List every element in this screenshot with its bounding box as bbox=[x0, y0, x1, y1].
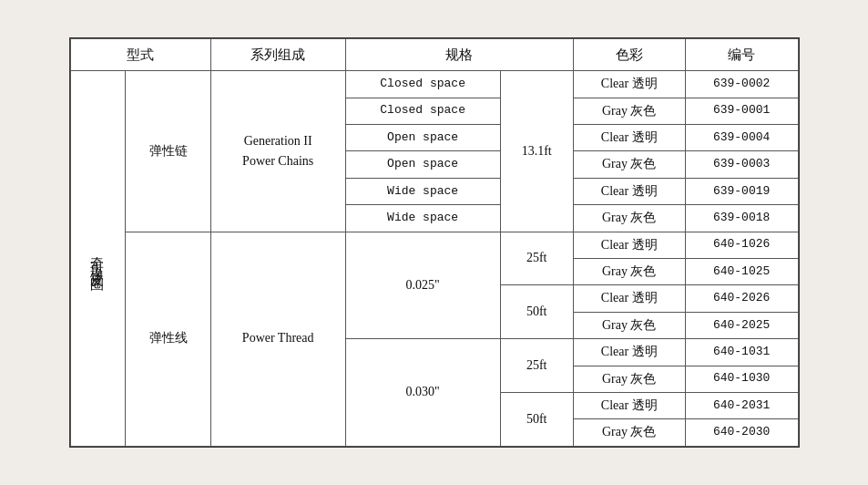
table-row: 弹性线 Power Thread 0.025" 25ft Clear 透明 64… bbox=[70, 232, 798, 258]
spec1-wide1: Wide space bbox=[345, 178, 500, 204]
main-category-cell: 牵引橡皮圈 bbox=[70, 71, 126, 446]
color-clear7: Clear 透明 bbox=[573, 392, 685, 418]
color-gray3: Gray 灰色 bbox=[573, 205, 685, 232]
header-series: 系列组成 bbox=[210, 39, 345, 71]
code-639-0003: 639-0003 bbox=[685, 151, 798, 178]
spec1-closed1: Closed space bbox=[345, 71, 500, 98]
series-gen2: Generation IIPower Chains bbox=[210, 71, 345, 232]
color-clear1: Clear 透明 bbox=[573, 71, 685, 98]
color-clear6: Clear 透明 bbox=[573, 339, 685, 366]
main-table-wrapper: 型式 系列组成 规格 色彩 编号 牵引橡皮圈 弹性链 Generation II… bbox=[69, 37, 800, 447]
color-gray2: Gray 灰色 bbox=[573, 151, 685, 178]
spec1-open2: Open space bbox=[345, 151, 500, 178]
code-640-1025: 640-1025 bbox=[685, 259, 798, 285]
length-25ft-2: 25ft bbox=[500, 339, 573, 393]
header-type: 型式 bbox=[70, 39, 210, 71]
type-elastic-chain: 弹性链 bbox=[126, 71, 210, 232]
code-639-0004: 639-0004 bbox=[685, 125, 798, 151]
subspec-030: 0.030" bbox=[345, 339, 500, 447]
series-power-thread: Power Thread bbox=[210, 232, 345, 446]
color-clear5: Clear 透明 bbox=[573, 285, 685, 312]
color-gray7: Gray 灰色 bbox=[573, 419, 685, 446]
code-640-1030: 640-1030 bbox=[685, 366, 798, 392]
spec2-13ft: 13.1ft bbox=[500, 71, 573, 232]
spec1-wide2: Wide space bbox=[345, 205, 500, 232]
spec1-open1: Open space bbox=[345, 125, 500, 151]
color-gray6: Gray 灰色 bbox=[573, 366, 685, 392]
length-50ft-2: 50ft bbox=[500, 392, 573, 446]
code-639-0002: 639-0002 bbox=[685, 71, 798, 98]
table-header-row: 型式 系列组成 规格 色彩 编号 bbox=[70, 39, 798, 71]
code-639-0019: 639-0019 bbox=[685, 178, 798, 204]
product-table: 型式 系列组成 规格 色彩 编号 牵引橡皮圈 弹性链 Generation II… bbox=[70, 38, 799, 446]
color-gray5: Gray 灰色 bbox=[573, 312, 685, 338]
color-clear4: Clear 透明 bbox=[573, 232, 685, 258]
code-640-2031: 640-2031 bbox=[685, 392, 798, 418]
header-code: 编号 bbox=[685, 39, 798, 71]
header-color: 色彩 bbox=[573, 39, 685, 71]
type-elastic-wire: 弹性线 bbox=[126, 232, 210, 446]
code-639-0001: 639-0001 bbox=[685, 98, 798, 124]
length-25ft-1: 25ft bbox=[500, 232, 573, 285]
color-clear2: Clear 透明 bbox=[573, 125, 685, 151]
spec1-closed2: Closed space bbox=[345, 98, 500, 124]
code-640-1031: 640-1031 bbox=[685, 339, 798, 366]
code-640-2026: 640-2026 bbox=[685, 285, 798, 312]
header-spec: 规格 bbox=[345, 39, 573, 71]
code-640-1026: 640-1026 bbox=[685, 232, 798, 258]
color-gray4: Gray 灰色 bbox=[573, 259, 685, 285]
length-50ft-1: 50ft bbox=[500, 285, 573, 339]
color-clear3: Clear 透明 bbox=[573, 178, 685, 204]
table-row: 牵引橡皮圈 弹性链 Generation IIPower Chains Clos… bbox=[70, 71, 798, 98]
color-gray1: Gray 灰色 bbox=[573, 98, 685, 124]
subspec-025: 0.025" bbox=[345, 232, 500, 339]
code-640-2030: 640-2030 bbox=[685, 419, 798, 446]
code-640-2025: 640-2025 bbox=[685, 312, 798, 338]
code-639-0018: 639-0018 bbox=[685, 205, 798, 232]
